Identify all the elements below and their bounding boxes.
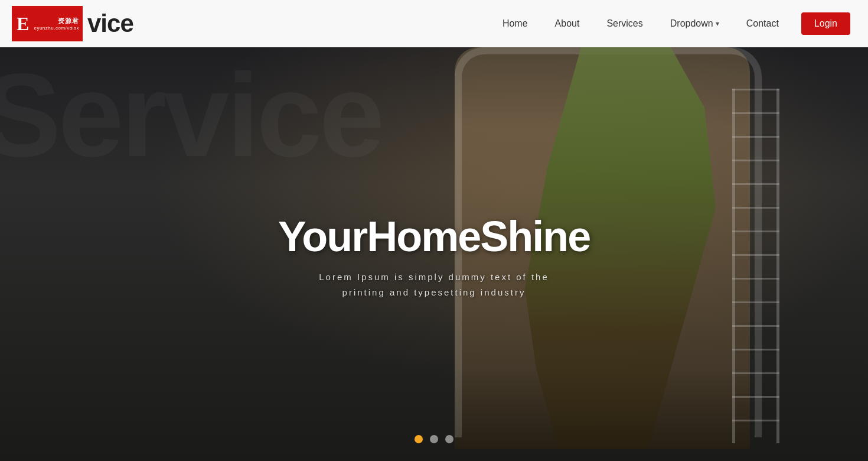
login-button[interactable]: Login [801,12,850,35]
brand-logo-cn: 资源君 [58,17,79,25]
chevron-down-icon: ▾ [716,20,719,28]
hero-content: YourHomeShine Lorem Ipsum is simply dumm… [278,213,590,300]
brand-logo-text-group: 资源君 eyunzhu.com/vdisk [34,17,79,31]
hero-ladder [732,89,779,443]
hero-subtitle-line1: Lorem Ipsum is simply dummy text of the [319,272,549,282]
brand-area: E 资源君 eyunzhu.com/vdisk vice [12,6,133,41]
nav-dropdown[interactable]: Dropdown ▾ [660,14,730,34]
nav-home[interactable]: Home [492,14,539,34]
carousel-dot-1[interactable] [415,435,423,443]
carousel-dot-2[interactable] [430,435,438,443]
nav-services[interactable]: Services [596,14,653,34]
nav-dropdown-label: Dropdown [670,18,713,29]
brand-logo-url: eyunzhu.com/vdisk [34,25,79,31]
hero-section: Service YourHomeShine Lorem Ipsum is sim… [0,0,868,461]
nav-links: Home About Services Dropdown ▾ Contact L… [492,12,850,35]
brand-title: vice [87,9,133,38]
hero-title: YourHomeShine [278,213,590,260]
navbar: E 资源君 eyunzhu.com/vdisk vice Home About … [0,0,868,47]
hero-bg-watermark: Service [0,47,382,183]
nav-contact[interactable]: Contact [736,14,789,34]
carousel-dot-3[interactable] [445,435,453,443]
hero-subtitle: Lorem Ipsum is simply dummy text of the … [278,270,590,300]
nav-about[interactable]: About [544,14,590,34]
hero-subtitle-line2: printing and typesetting industry [342,287,526,297]
carousel-dots [415,435,453,443]
brand-logo[interactable]: E 资源君 eyunzhu.com/vdisk [12,6,83,41]
brand-logo-letter: E [17,14,29,33]
